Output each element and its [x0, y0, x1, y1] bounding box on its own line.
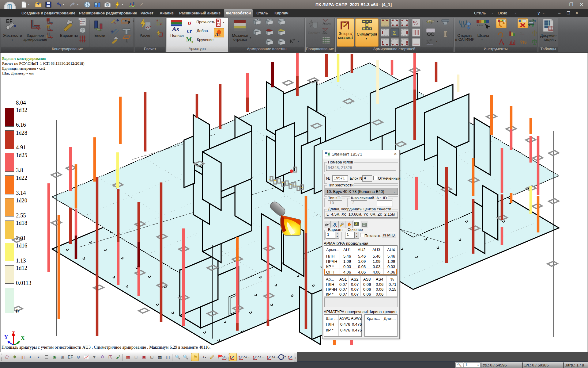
svg-text:X: X	[257, 18, 259, 21]
svg-text:Ka: Ka	[322, 30, 327, 35]
svg-text:As: As	[172, 25, 179, 33]
svg-text:%: %	[413, 20, 418, 26]
svg-text:?№: ?№	[520, 40, 527, 45]
svg-text:Z: Z	[12, 331, 15, 336]
svg-text:σ: σ	[430, 38, 432, 41]
svg-text:cr: cr	[187, 28, 192, 34]
svg-text:P: P	[127, 20, 130, 25]
svg-text:σ: σ	[293, 38, 295, 41]
svg-text:M: M	[186, 36, 192, 43]
svg-text:Σ: Σ	[393, 30, 396, 36]
svg-text:Y: Y	[4, 334, 8, 340]
svg-text:σ: σ	[188, 20, 191, 26]
svg-text:Y: Y	[269, 18, 271, 21]
svg-text:X: X	[21, 335, 25, 341]
svg-text:Asw/u: Asw/u	[322, 21, 330, 25]
svg-text:As: As	[215, 32, 221, 37]
svg-text:Σσ: Σσ	[520, 31, 525, 36]
svg-text:x: x	[191, 40, 194, 44]
